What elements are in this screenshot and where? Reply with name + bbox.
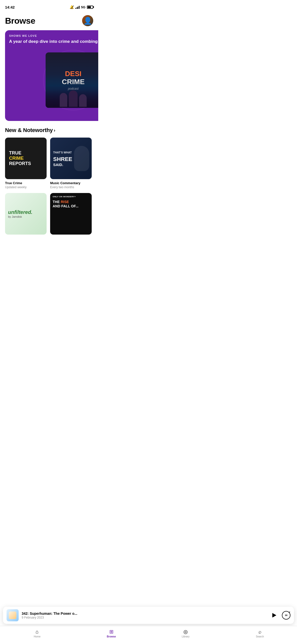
hero-card-1[interactable]: SHOWS WE LOVE A year of deep dive into c… <box>5 30 98 121</box>
battery-icon <box>87 6 93 9</box>
podcast-row-1: TRUE CRIME REPORTS True Crime Updated we… <box>5 138 93 189</box>
page-header: Browse <box>0 13 98 30</box>
network-type: 5G <box>81 5 85 9</box>
podcast-meta-1: Updated weekly <box>5 185 47 189</box>
page-title: Browse <box>5 16 35 26</box>
chevron-right-icon: › <box>54 128 55 133</box>
hero-card-1-description: A year of deep dive into crime and combi… <box>5 39 98 47</box>
podcast-cover: DESI CRIME podcast <box>46 52 98 108</box>
section-title: New & Noteworthy <box>5 127 53 134</box>
hero-carousel: SHOWS WE LOVE A year of deep dive into c… <box>0 30 98 121</box>
status-bar: 14:42 🔔̸ 5G <box>0 0 98 13</box>
avatar-image <box>82 15 93 26</box>
podcast-meta-2: Every two months <box>50 185 92 189</box>
podcast-row-2: unfiltered. by Jamdisk ONLY ON WONDERY+ … <box>5 193 93 237</box>
podcast-item-unfiltered[interactable]: unfiltered. by Jamdisk <box>5 193 47 237</box>
avatar[interactable] <box>82 15 93 26</box>
podcast-name-1: True Crime <box>5 181 47 185</box>
podcast-item-true-crime[interactable]: TRUE CRIME REPORTS True Crime Updated we… <box>5 138 47 189</box>
true-crime-thumbnail: TRUE CRIME REPORTS <box>5 138 47 179</box>
hero-card-1-label: SHOWS WE LOVE <box>5 30 98 39</box>
unfiltered-thumbnail: unfiltered. by Jamdisk <box>5 193 47 235</box>
rise-thumbnail: ONLY ON WONDERY+ THE RISEAND FALL OF... <box>50 193 92 235</box>
status-icons: 🔔̸ 5G <box>70 5 93 9</box>
signal-icon <box>75 5 80 9</box>
notification-icon: 🔔̸ <box>70 5 74 9</box>
new-noteworthy-section: New & Noteworthy › TRUE CRIME REPORTS Tr… <box>0 121 98 237</box>
section-header[interactable]: New & Noteworthy › <box>5 127 93 134</box>
podcast-name-2: Music Commentary <box>50 181 92 185</box>
podcast-item-shree[interactable]: THAT'S WHAT SHREE SAID. Music Commentary… <box>50 138 92 189</box>
status-time: 14:42 <box>5 5 15 9</box>
shree-thumbnail: THAT'S WHAT SHREE SAID. <box>50 138 92 179</box>
hero-card-1-image: DESI CRIME podcast <box>5 47 98 113</box>
podcast-item-rise[interactable]: ONLY ON WONDERY+ THE RISEAND FALL OF... <box>50 193 92 237</box>
